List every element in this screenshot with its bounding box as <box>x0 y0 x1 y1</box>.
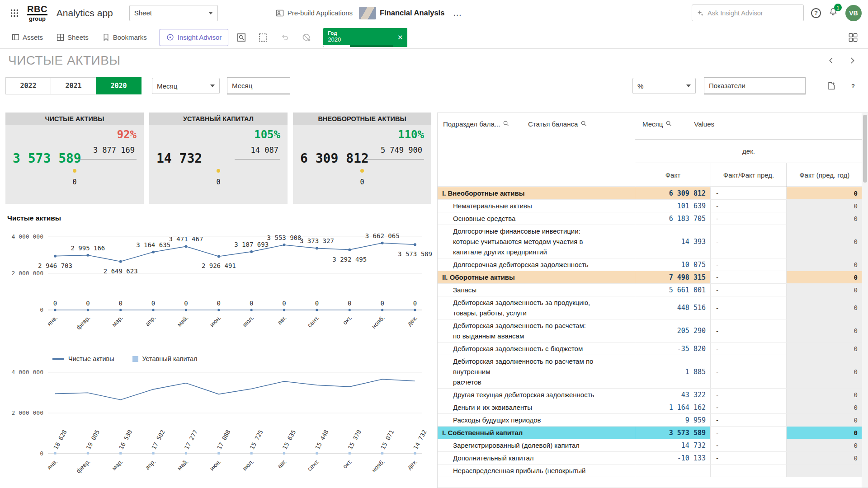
column-header-month[interactable]: Месяц Values <box>635 113 862 139</box>
row-fact-value[interactable]: 1 164 162 <box>635 401 710 413</box>
row-prev-year-value[interactable]: 0 <box>786 427 862 439</box>
row-fact-value[interactable]: 205 290 <box>635 319 710 342</box>
scrollbar-thumb[interactable] <box>863 115 867 183</box>
row-ratio-value[interactable]: - <box>710 200 786 212</box>
row-fact-value[interactable]: 7 498 315 <box>635 271 710 283</box>
search-icon[interactable] <box>665 120 672 127</box>
table-row[interactable]: Нераспределенная прибыль (непокрытый <box>438 465 862 477</box>
row-prev-year-value[interactable]: 0 <box>786 401 862 413</box>
search-input[interactable] <box>708 9 799 17</box>
help-button[interactable]: ? <box>811 8 821 18</box>
row-fact-value[interactable]: 43 322 <box>635 389 710 401</box>
row-ratio-value[interactable]: - <box>710 258 786 271</box>
row-ratio-value[interactable]: - <box>710 187 786 199</box>
previous-sheet-button[interactable] <box>827 56 835 65</box>
user-avatar[interactable]: VB <box>845 5 862 21</box>
row-prev-year-value[interactable]: 0 <box>786 319 862 342</box>
row-ratio-value[interactable] <box>710 465 786 477</box>
row-prev-year-value[interactable]: 0 <box>786 212 862 225</box>
row-ratio-value[interactable]: - <box>710 296 786 319</box>
measure-header-ratio[interactable]: Факт/Факт пред. <box>711 163 787 187</box>
legend-item[interactable]: Уставный капитал <box>132 355 198 362</box>
table-row[interactable]: Долгосрочная дебиторская задолженность 1… <box>438 258 862 271</box>
smart-search-button[interactable] <box>233 29 250 46</box>
row-prev-year-value[interactable]: 0 <box>786 414 862 426</box>
measure-header-prev-year[interactable]: Факт (пред. год) <box>786 163 862 187</box>
row-ratio-value[interactable]: - <box>710 414 786 426</box>
tab-sheets[interactable]: Sheets <box>51 26 94 48</box>
row-prev-year-value[interactable]: 0 <box>786 271 862 283</box>
sheet-grid-button[interactable] <box>844 29 862 46</box>
month-select[interactable]: Месяц <box>152 78 220 94</box>
filter-chip-close-button[interactable]: ✕ <box>393 28 407 47</box>
insight-advisor-button[interactable]: Insight Advisor <box>160 29 229 46</box>
table-row[interactable]: Дебиторская задолженность по расчетам по… <box>438 355 862 389</box>
table-row[interactable]: II. Оборотные активы 7 498 315 - 0 <box>438 271 862 284</box>
sheet-select[interactable]: Sheet <box>129 5 218 21</box>
selections-tool-button[interactable] <box>255 29 272 46</box>
row-ratio-value[interactable]: - <box>710 355 786 388</box>
row-prev-year-value[interactable]: 0 <box>786 187 862 199</box>
table-row[interactable]: I. Собственный капитал 3 573 589 - 0 <box>438 427 862 439</box>
row-ratio-value[interactable]: - <box>710 284 786 296</box>
workspace-button[interactable]: Financial Analysis <box>359 7 444 19</box>
table-row[interactable]: Основные средства 6 183 705 - 0 <box>438 212 862 225</box>
row-prev-year-value[interactable]: 0 <box>786 296 862 319</box>
measure-header-fact[interactable]: Факт <box>635 163 711 187</box>
row-fact-value[interactable]: 101 639 <box>635 200 710 212</box>
row-prev-year-value[interactable]: 0 <box>786 200 862 212</box>
row-prev-year-value[interactable]: 0 <box>786 258 862 271</box>
table-row[interactable]: Деньги и их эквиваленты 1 164 162 - 0 <box>438 401 862 414</box>
row-ratio-value[interactable]: - <box>710 343 786 355</box>
search-icon[interactable] <box>580 120 587 127</box>
percent-select[interactable]: % <box>632 78 696 94</box>
row-fact-value[interactable]: 14 732 <box>635 439 710 451</box>
row-fact-value[interactable]: 14 393 <box>635 225 710 258</box>
kpi-card[interactable]: ВНЕОБОРОТНЫЕ АКТИВЫ 110% 6 309 812 5 749… <box>293 113 431 204</box>
insight-advisor-search[interactable] <box>692 5 804 21</box>
row-ratio-value[interactable]: - <box>710 427 786 439</box>
table-row[interactable]: Дополнительный капитал -10 133 - 0 <box>438 452 862 465</box>
row-prev-year-value[interactable] <box>786 465 862 477</box>
kpi-card[interactable]: УСТАВНЫЙ КАПИТАЛ 105% 14 732 14 087 0 <box>149 113 288 204</box>
row-fact-value[interactable]: 5 661 001 <box>635 284 710 296</box>
row-fact-value[interactable] <box>635 465 710 477</box>
row-prev-year-value[interactable]: 0 <box>786 284 862 296</box>
year-button-2022[interactable]: 2022 <box>5 77 51 94</box>
row-fact-value[interactable]: -10 133 <box>635 452 710 464</box>
row-ratio-value[interactable]: - <box>710 439 786 451</box>
tab-assets[interactable]: Assets <box>6 26 48 48</box>
row-fact-value[interactable]: 1 885 <box>635 355 710 388</box>
filter-chip-year[interactable]: Год 2020 ✕ <box>323 28 407 47</box>
table-row[interactable]: I. Внеоборотные активы 6 309 812 - 0 <box>438 187 862 200</box>
table-row[interactable]: Зарегистрированный (долевой) капитал 14 … <box>438 439 862 452</box>
row-fact-value[interactable]: 6 309 812 <box>635 187 710 199</box>
table-scrollbar[interactable] <box>862 113 868 488</box>
year-button-2020[interactable]: 2020 <box>96 77 142 94</box>
row-fact-value[interactable]: 3 573 589 <box>635 427 710 439</box>
net-assets-vs-capital-chart[interactable]: 02 000 0004 000 000янв.февр.мар.апр.май.… <box>3 366 432 483</box>
export-button[interactable] <box>826 81 836 91</box>
row-prev-year-value[interactable]: 0 <box>786 452 862 464</box>
row-ratio-value[interactable]: - <box>710 401 786 413</box>
table-row[interactable]: Расходы будущих периодов 9 959 - 0 <box>438 414 862 427</box>
row-ratio-value[interactable]: - <box>710 225 786 258</box>
column-header-subsection[interactable]: Подраздел бала... <box>443 120 528 187</box>
row-fact-value[interactable]: 448 516 <box>635 296 710 319</box>
next-sheet-button[interactable] <box>848 56 856 65</box>
table-row[interactable]: Дебиторская задолженность с бюджетом -35… <box>438 343 862 355</box>
metrics-listbox[interactable]: Показатели <box>704 77 806 94</box>
app-grid-menu-button[interactable] <box>6 5 23 21</box>
net-assets-line-chart[interactable]: 02 000 0004 000 000янв.февр.мар.апр.май.… <box>3 225 432 333</box>
table-row[interactable]: Нематериальные активы 101 639 - 0 <box>438 200 862 212</box>
prebuild-applications-button[interactable]: Pre-build Applications <box>276 9 353 17</box>
row-fact-value[interactable]: 9 959 <box>635 414 710 426</box>
tab-bookmarks[interactable]: Bookmarks <box>97 26 152 48</box>
row-prev-year-value[interactable]: 0 <box>786 439 862 451</box>
legend-item[interactable]: Чистые активы <box>52 355 114 362</box>
table-row[interactable]: Другая текущая дебиторская задолженность… <box>438 389 862 401</box>
table-row[interactable]: Дебиторская задолженность по расчетам: п… <box>438 319 862 343</box>
row-prev-year-value[interactable]: 0 <box>786 389 862 401</box>
row-prev-year-value[interactable]: 0 <box>786 225 862 258</box>
more-options-button[interactable]: … <box>453 8 462 18</box>
